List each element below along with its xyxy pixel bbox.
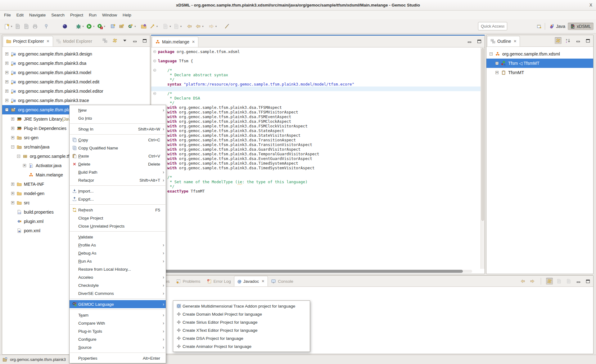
- open-perspective-button[interactable]: [536, 23, 543, 30]
- save-all-button[interactable]: [22, 22, 30, 30]
- menu-item-debug-as[interactable]: Debug As›: [70, 249, 166, 257]
- fold-icon[interactable]: −: [153, 50, 156, 53]
- fold-icon[interactable]: −: [153, 69, 156, 72]
- fold-icon[interactable]: −: [153, 92, 156, 95]
- open-type-button[interactable]: [140, 22, 148, 30]
- profile-button[interactable]: [172, 22, 180, 30]
- tree-item[interactable]: +org.gemoc.sample.tfsm.plaink3.design: [2, 49, 150, 59]
- new-plugin-button[interactable]: [126, 22, 134, 30]
- menu-item-run-as[interactable]: Run As›: [70, 257, 166, 265]
- menu-item-create-animator-project-for-language[interactable]: Create Animator Project for language: [173, 342, 310, 350]
- new-wizard-dropdown[interactable]: ▾: [11, 25, 12, 28]
- menu-item-create-sirius-editor-project-for-language[interactable]: Create Sirius Editor Project for languag…: [173, 318, 310, 326]
- tree-item[interactable]: +org.gemoc.sample.tfsm.plaink3.model: [2, 68, 150, 77]
- javadoc-forward-button[interactable]: [529, 278, 536, 285]
- menu-item-source[interactable]: Source›: [70, 343, 166, 351]
- tree-item[interactable]: +org.gemoc.sample.tfsm.plaink3.dsa: [2, 59, 150, 68]
- menu-item-properties[interactable]: PropertiesAlt+Enter: [70, 354, 166, 362]
- close-icon[interactable]: ✕: [47, 39, 50, 43]
- external-tools-button[interactable]: [61, 22, 69, 30]
- new-plugin-dropdown[interactable]: ▾: [134, 25, 136, 28]
- expander-icon[interactable]: +: [11, 127, 14, 130]
- coverage-button[interactable]: [161, 22, 169, 30]
- window-close-button[interactable]: X: [589, 2, 592, 7]
- expander-icon[interactable]: +: [23, 164, 26, 167]
- bottom-maximize-button[interactable]: [585, 278, 591, 285]
- coverage-dropdown[interactable]: ▾: [169, 25, 171, 28]
- print-button[interactable]: [31, 22, 39, 30]
- expander-icon[interactable]: +: [5, 80, 8, 83]
- minimize-button[interactable]: [131, 37, 138, 44]
- back-dropdown[interactable]: ▾: [202, 25, 204, 28]
- expander-icon[interactable]: +: [5, 52, 8, 55]
- expander-icon[interactable]: −: [5, 108, 8, 111]
- menu-item-close-project[interactable]: Close Project: [70, 214, 166, 222]
- menu-item-checkstyle[interactable]: Checkstyle›: [70, 281, 166, 289]
- menu-item-create-xtext-editor-project-for-language[interactable]: Create XText Editor Project for language: [173, 326, 310, 334]
- collapse-all-button[interactable]: [102, 37, 108, 44]
- view-menu-button[interactable]: [121, 37, 128, 44]
- editor-minimize-button[interactable]: [466, 38, 473, 45]
- javadoc-link-with-editor-button[interactable]: [546, 278, 553, 285]
- tree-item[interactable]: +Tfsm ◁ TfsmMT: [486, 59, 593, 68]
- tab-model-explorer[interactable]: Model Explorer: [53, 36, 95, 47]
- quick-access-input[interactable]: [478, 22, 507, 30]
- tree-item[interactable]: +org.gemoc.sample.tfsm.plaink3.model.edi…: [2, 87, 150, 96]
- tab-main-melange[interactable]: Main.melange ✕: [152, 37, 198, 47]
- menu-item-go-into[interactable]: Go Into: [70, 114, 166, 122]
- menu-item-acceleo[interactable]: Acceleo›: [70, 273, 166, 281]
- menu-item-copy-qualified-name[interactable]: Copy Qualified Name: [70, 144, 166, 152]
- open-input-button[interactable]: [565, 278, 572, 285]
- editor-vertical-scrollbar[interactable]: [481, 47, 485, 269]
- outline-minimize-button[interactable]: [575, 37, 581, 44]
- run-history-dropdown[interactable]: ▾: [104, 25, 106, 28]
- tab-javadoc[interactable]: @Javadoc✕: [234, 276, 268, 286]
- javadoc-back-button[interactable]: [519, 278, 526, 285]
- open-attached-javadoc-button[interactable]: [556, 278, 562, 285]
- new-wizard-button[interactable]: [3, 22, 11, 30]
- menubar-item-window[interactable]: Window: [99, 11, 120, 19]
- expander-icon[interactable]: −: [17, 155, 20, 158]
- outline-link-with-editor-button[interactable]: [555, 37, 562, 44]
- tree-item[interactable]: −org.gemoc.sample.tfsm.xdsml: [486, 49, 593, 59]
- code-editor[interactable]: −package org.gemoc.sample.tfsm.xdsml−lan…: [151, 47, 485, 269]
- tab-error-log[interactable]: Error Log: [204, 276, 234, 286]
- tab-project-explorer[interactable]: Project Explorer ✕: [3, 36, 53, 47]
- editor-maximize-button[interactable]: [476, 38, 483, 45]
- expander-icon[interactable]: +: [5, 99, 8, 102]
- run-history-button[interactable]: [96, 22, 104, 30]
- outline-maximize-button[interactable]: [585, 37, 591, 44]
- outline-sort-button[interactable]: [565, 37, 571, 44]
- link-with-editor-button[interactable]: [111, 37, 118, 44]
- expander-icon[interactable]: −: [11, 145, 14, 149]
- expander-icon[interactable]: +: [5, 62, 8, 65]
- menu-item-paste[interactable]: PasteCtrl+V: [70, 152, 166, 160]
- new-package-button[interactable]: [118, 22, 126, 30]
- menubar-item-run[interactable]: Run: [86, 11, 99, 19]
- menu-item-refresh[interactable]: RefreshF5: [70, 206, 166, 214]
- tab-outline[interactable]: Outline ✕: [487, 36, 520, 47]
- expander-icon[interactable]: +: [11, 183, 14, 186]
- menu-item-validate[interactable]: Validate: [70, 233, 166, 241]
- expander-icon[interactable]: +: [5, 90, 8, 93]
- profile-dropdown[interactable]: ▾: [180, 25, 182, 28]
- menu-item-delete[interactable]: ✕DeleteDelete: [70, 160, 166, 168]
- menu-item-team[interactable]: Team›: [70, 311, 166, 319]
- run-button[interactable]: [85, 22, 93, 30]
- menu-item-export[interactable]: Export...: [70, 195, 166, 203]
- save-button[interactable]: [14, 22, 22, 30]
- annotation-button[interactable]: [223, 22, 231, 30]
- debug-dropdown[interactable]: ▾: [83, 25, 84, 28]
- close-icon[interactable]: ✕: [192, 40, 195, 44]
- bottom-minimize-button[interactable]: [575, 278, 582, 285]
- new-java-project-button[interactable]: [109, 22, 117, 30]
- menu-item-import[interactable]: Import...: [70, 187, 166, 195]
- search-dropdown[interactable]: ▾: [156, 25, 158, 28]
- menu-item-create-domain-model-project-for-language[interactable]: Create Domain Model Project for language: [173, 310, 310, 318]
- tree-item[interactable]: +org.gemoc.sample.tfsm.plaink3.model.edi…: [2, 77, 150, 87]
- run-dropdown[interactable]: ▾: [93, 25, 95, 28]
- tab-console[interactable]: Console: [268, 276, 296, 286]
- menubar-item-help[interactable]: Help: [120, 11, 134, 19]
- editor-horizontal-scrollbar[interactable]: [159, 270, 472, 273]
- expander-icon[interactable]: +: [495, 62, 499, 65]
